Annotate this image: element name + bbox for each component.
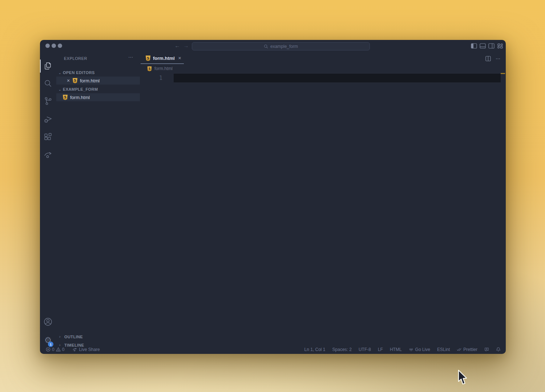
editor-actions: ⋯ [485, 56, 501, 61]
cursor-position-status[interactable]: Ln 1, Col 1 [304, 347, 325, 352]
run-debug-icon[interactable] [43, 114, 53, 124]
editor-more-actions-icon[interactable]: ⋯ [496, 56, 501, 61]
tab-form-html[interactable]: 5 form.html ✕ [141, 53, 184, 64]
explorer-sidebar: EXPLORER ⋯ ⌄ OPEN EDITORS ✕ 5 form.html … [56, 53, 140, 345]
explorer-icon[interactable] [43, 61, 53, 71]
customize-layout-icon[interactable] [497, 43, 503, 49]
navigate-forward-button[interactable]: → [182, 42, 190, 49]
error-count: 0 [52, 347, 54, 352]
navigate-back-button[interactable]: ← [174, 42, 181, 49]
chevron-down-icon: ⌄ [57, 71, 63, 75]
double-check-icon [457, 347, 461, 352]
workspace-folder-header[interactable]: ⌄ EXAMPLE_FORM [56, 85, 140, 93]
breadcrumb-file-label: form.html [154, 66, 173, 71]
explorer-more-actions-icon[interactable]: ⋯ [128, 54, 133, 60]
current-line-highlight [174, 74, 501, 82]
command-center-search[interactable]: example_form [192, 42, 370, 50]
open-editor-item-form-html[interactable]: ✕ 5 form.html [56, 77, 140, 85]
go-live-label: Go Live [415, 347, 430, 352]
outline-section-header[interactable]: › OUTLINE [56, 332, 140, 341]
html5-file-icon: 5 [73, 78, 77, 83]
open-editors-section-header[interactable]: ⌄ OPEN EDITORS [56, 69, 140, 77]
tab-close-icon[interactable]: ✕ [178, 56, 181, 61]
problems-indicator[interactable]: 0 0 [46, 347, 64, 352]
language-mode-status[interactable]: HTML [390, 347, 402, 352]
broadcast-icon [409, 347, 413, 352]
html5-file-icon: 5 [148, 66, 152, 71]
prettier-label: Prettier [463, 347, 477, 352]
search-value: example_form [270, 44, 298, 49]
desktop-background: ← → example_form [0, 0, 545, 392]
source-control-icon[interactable] [43, 96, 53, 106]
chevron-right-icon: › [59, 335, 64, 339]
extensions-icon[interactable] [43, 132, 53, 142]
tab-bar: 5 form.html ✕ ⋯ [140, 53, 506, 64]
close-editor-icon[interactable]: ✕ [66, 78, 71, 83]
outline-label: OUTLINE [64, 335, 83, 339]
file-item-label: form.html [70, 95, 90, 100]
account-icon[interactable] [43, 317, 53, 327]
live-share-status[interactable]: Live Share [72, 347, 100, 352]
feedback-icon[interactable] [484, 347, 489, 352]
toggle-secondary-sidebar-icon[interactable] [488, 43, 494, 49]
live-share-icon [72, 347, 77, 352]
warning-icon [56, 347, 61, 352]
eol-status[interactable]: LF [378, 347, 383, 352]
window-close-button[interactable] [45, 44, 50, 48]
live-share-label: Live Share [79, 347, 100, 352]
html5-file-icon: 5 [63, 95, 68, 100]
open-editor-file-label: form.html [80, 78, 100, 83]
breadcrumb[interactable]: 5 form.html [140, 64, 506, 73]
eslint-status[interactable]: ESLint [437, 347, 450, 352]
explorer-title: EXPLORER [64, 56, 87, 61]
search-view-icon[interactable] [43, 78, 53, 89]
indentation-status[interactable]: Spaces: 2 [332, 347, 352, 352]
overview-ruler-marker [501, 73, 505, 74]
toggle-panel-icon[interactable] [480, 43, 486, 49]
active-view-indicator [40, 60, 41, 73]
live-share-icon[interactable] [43, 150, 53, 160]
window-minimize-button[interactable] [52, 44, 56, 48]
encoding-status[interactable]: UTF-8 [359, 347, 371, 352]
activity-bar: ⚙ 1 [40, 53, 56, 345]
editor-group: 5 form.html ✕ ⋯ 5 form.html 1 [140, 53, 506, 345]
go-live-button[interactable]: Go Live [409, 347, 430, 352]
status-bar: 0 0 Live Share Ln 1, Col 1 Spaces: 2 UTF… [40, 345, 506, 354]
mouse-cursor [457, 369, 468, 385]
chevron-down-icon: ⌄ [57, 87, 63, 91]
notifications-bell-icon[interactable] [496, 347, 501, 352]
tab-label: form.html [153, 56, 175, 61]
vscode-window: ← → example_form [40, 40, 506, 354]
toggle-sidebar-icon[interactable] [471, 43, 477, 49]
titlebar: ← → example_form [40, 40, 506, 53]
open-editors-label: OPEN EDITORS [63, 70, 95, 75]
error-icon [46, 347, 51, 352]
workspace-folder-label: EXAMPLE_FORM [63, 87, 98, 91]
file-item-form-html[interactable]: 5 form.html [56, 93, 140, 101]
line-number: 1 [140, 74, 162, 82]
search-icon [264, 44, 268, 49]
warning-count: 0 [62, 347, 65, 352]
html5-file-icon: 5 [146, 56, 150, 61]
split-editor-icon[interactable] [485, 56, 491, 61]
code-editor[interactable]: 1 [140, 73, 506, 345]
prettier-status[interactable]: Prettier [457, 347, 477, 352]
window-zoom-button[interactable] [58, 44, 62, 48]
